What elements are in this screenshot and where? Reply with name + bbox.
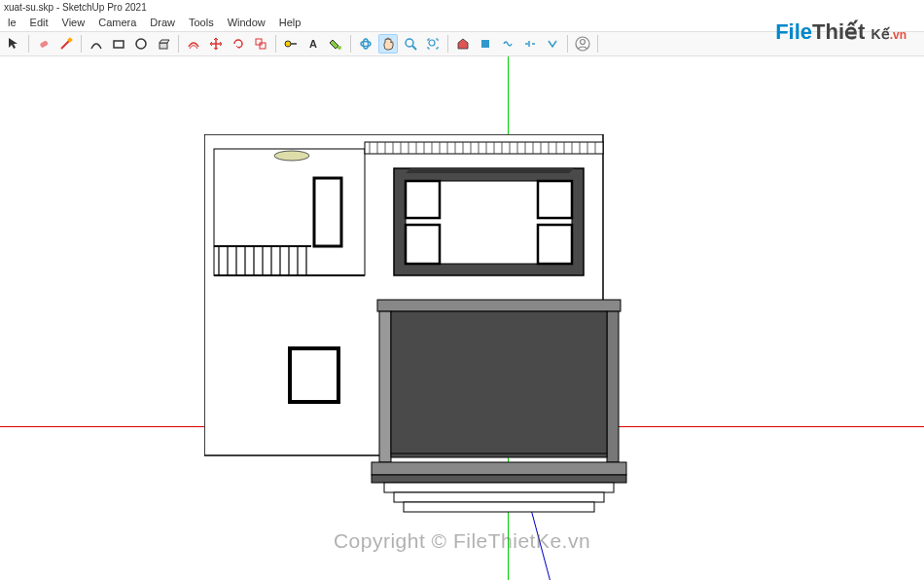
svg-rect-72	[290, 348, 338, 402]
menu-draw[interactable]: Draw	[144, 15, 181, 30]
toolbar-separator	[81, 35, 82, 53]
svg-rect-80	[384, 483, 614, 492]
viewport[interactable]	[0, 56, 924, 580]
svg-rect-78	[372, 462, 626, 475]
push-pull-tool[interactable]	[154, 34, 173, 54]
svg-point-10	[361, 42, 371, 47]
arc-tool[interactable]	[87, 34, 106, 54]
menu-file[interactable]: le	[2, 15, 22, 30]
svg-rect-82	[404, 502, 594, 512]
svg-point-11	[364, 39, 369, 49]
svg-rect-70	[538, 225, 572, 264]
extension-tool-3[interactable]	[520, 34, 540, 54]
logo-vn: .vn	[890, 28, 906, 42]
menu-edit[interactable]: Edit	[24, 15, 54, 30]
svg-rect-74	[379, 311, 391, 462]
circle-tool[interactable]	[131, 34, 151, 54]
menu-camera[interactable]: Camera	[92, 15, 142, 30]
svg-rect-0	[40, 40, 49, 48]
select-tool[interactable]	[4, 34, 23, 54]
svg-point-13	[429, 40, 435, 46]
title-bar: xuat-su.skp - SketchUp Pro 2021	[0, 0, 924, 14]
svg-rect-79	[372, 475, 626, 483]
logo-thiet: Thiết	[812, 19, 865, 44]
logo-ke: Kế	[871, 26, 890, 42]
svg-point-7	[285, 41, 291, 47]
svg-marker-71	[406, 168, 574, 173]
logo-file: File	[775, 19, 812, 44]
svg-text:A: A	[309, 38, 317, 50]
menu-view[interactable]: View	[56, 15, 91, 30]
extension-tool-1[interactable]	[476, 34, 495, 54]
svg-rect-14	[481, 40, 489, 48]
scale-tool[interactable]	[251, 34, 270, 54]
toolbar-separator	[28, 35, 29, 53]
paint-bucket-tool[interactable]	[326, 34, 345, 54]
svg-rect-20	[314, 178, 341, 246]
window-title: xuat-su.skp - SketchUp Pro 2021	[4, 2, 147, 13]
svg-point-16	[581, 40, 586, 45]
toolbar-separator	[350, 35, 351, 53]
svg-point-3	[136, 39, 146, 49]
zoom-extents-tool[interactable]	[423, 34, 443, 54]
zoom-tool[interactable]	[401, 34, 420, 54]
rectangle-tool[interactable]	[109, 34, 128, 54]
toolbar-separator	[178, 35, 179, 53]
watermark-logo: FileThiết Kế.vn	[775, 19, 906, 45]
menu-window[interactable]: Window	[222, 15, 271, 30]
menu-help[interactable]: Help	[273, 15, 307, 30]
text-tool[interactable]: A	[303, 34, 323, 54]
move-tool[interactable]	[206, 34, 226, 54]
eraser-tool[interactable]	[34, 34, 53, 54]
svg-rect-5	[256, 39, 262, 45]
svg-point-19	[274, 151, 309, 161]
svg-rect-69	[538, 181, 572, 218]
svg-point-12	[406, 39, 413, 47]
offset-tool[interactable]	[184, 34, 203, 54]
toolbar-separator	[597, 35, 598, 53]
svg-rect-67	[406, 181, 440, 218]
warehouse-tool[interactable]	[453, 34, 473, 54]
toolbar-separator	[447, 35, 448, 53]
svg-rect-76	[391, 311, 607, 457]
user-icon[interactable]	[573, 34, 592, 54]
menu-tools[interactable]: Tools	[183, 15, 220, 30]
toolbar-separator	[275, 35, 276, 53]
line-tool[interactable]	[56, 34, 76, 54]
svg-rect-68	[406, 225, 440, 264]
toolbar-separator	[567, 35, 568, 53]
watermark-copyright: Copyright © FileThietKe.vn	[334, 529, 590, 553]
svg-rect-6	[260, 43, 266, 49]
svg-rect-4	[160, 43, 167, 49]
pan-tool[interactable]	[378, 34, 398, 54]
svg-point-9	[338, 46, 341, 50]
rotate-tool[interactable]	[229, 34, 248, 54]
svg-rect-2	[114, 41, 124, 48]
extension-tool-2[interactable]	[498, 34, 517, 54]
extension-tool-4[interactable]	[543, 34, 562, 54]
tape-measure-tool[interactable]	[281, 34, 301, 54]
svg-rect-81	[394, 492, 604, 502]
orbit-tool[interactable]	[356, 34, 375, 54]
svg-rect-75	[607, 311, 619, 462]
building-model	[204, 134, 632, 524]
svg-rect-73	[377, 300, 621, 311]
